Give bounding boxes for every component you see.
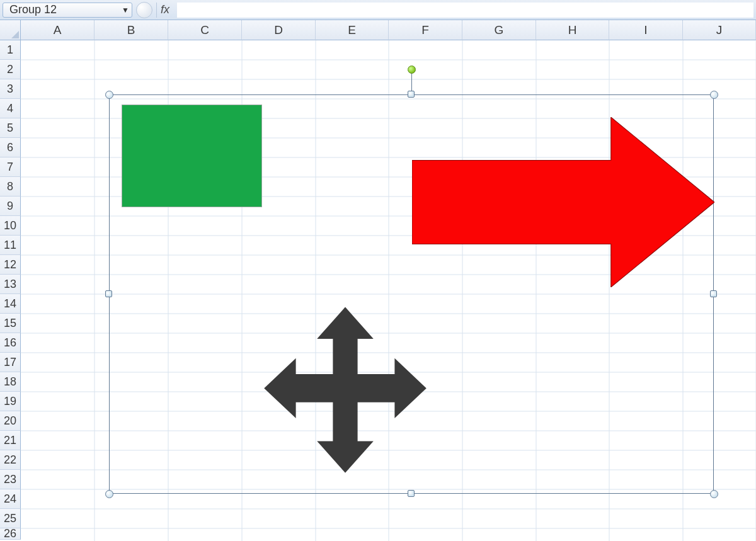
select-all-triangle-icon <box>10 30 20 40</box>
row-header-13[interactable]: 13 <box>0 275 21 294</box>
row-header-7[interactable]: 7 <box>0 157 21 177</box>
resize-handle-top-center[interactable] <box>408 91 415 98</box>
row-header-2[interactable]: 2 <box>0 60 21 79</box>
svg-marker-37 <box>412 117 714 287</box>
column-header-J[interactable]: J <box>683 20 756 40</box>
column-header-D[interactable]: D <box>242 20 316 40</box>
column-header-F[interactable]: F <box>389 20 462 40</box>
column-header-C[interactable]: C <box>168 20 242 40</box>
insert-function-button[interactable]: fx <box>156 3 173 18</box>
row-header-17[interactable]: 17 <box>0 353 21 372</box>
row-header-4[interactable]: 4 <box>0 99 21 118</box>
row-headers: 1234567891011121314151617181920212223242… <box>0 40 21 540</box>
row-header-15[interactable]: 15 <box>0 314 21 333</box>
row-header-26[interactable]: 26 <box>0 528 21 540</box>
row-header-10[interactable]: 10 <box>0 216 21 236</box>
column-header-B[interactable]: B <box>94 20 168 40</box>
row-header-19[interactable]: 19 <box>0 392 21 411</box>
row-header-11[interactable]: 11 <box>0 236 21 255</box>
name-box-value: Group 12 <box>9 3 57 16</box>
row-header-18[interactable]: 18 <box>0 372 21 392</box>
row-header-9[interactable]: 9 <box>0 196 21 216</box>
dropdown-arrow-icon[interactable]: ▼ <box>122 6 129 14</box>
column-header-A[interactable]: A <box>21 20 94 40</box>
column-header-H[interactable]: H <box>536 20 609 40</box>
select-all-corner[interactable] <box>0 20 21 40</box>
row-header-3[interactable]: 3 <box>0 79 21 99</box>
column-header-G[interactable]: G <box>462 20 536 40</box>
worksheet[interactable]: ABCDEFGHIJ 12345678910111213141516171819… <box>0 20 756 541</box>
row-header-8[interactable]: 8 <box>0 177 21 196</box>
row-header-5[interactable]: 5 <box>0 118 21 138</box>
row-header-6[interactable]: 6 <box>0 138 21 157</box>
rectangle-shape[interactable] <box>122 105 262 207</box>
resize-handle-middle-left[interactable] <box>105 290 112 297</box>
formula-input[interactable] <box>177 3 753 18</box>
resize-handle-bottom-left[interactable] <box>105 490 113 498</box>
row-header-1[interactable]: 1 <box>0 40 21 60</box>
row-header-20[interactable]: 20 <box>0 411 21 431</box>
row-header-25[interactable]: 25 <box>0 509 21 528</box>
cancel-edit-button[interactable] <box>136 2 152 18</box>
column-header-E[interactable]: E <box>316 20 389 40</box>
row-header-23[interactable]: 23 <box>0 470 21 489</box>
resize-handle-top-right[interactable] <box>710 91 718 99</box>
fx-icon: fx <box>161 3 169 16</box>
right-arrow-shape[interactable] <box>412 117 714 287</box>
row-header-24[interactable]: 24 <box>0 489 21 509</box>
row-header-16[interactable]: 16 <box>0 333 21 353</box>
row-header-14[interactable]: 14 <box>0 294 21 314</box>
resize-handle-bottom-right[interactable] <box>710 490 718 498</box>
formula-bar: Group 12 ▼ fx <box>0 0 756 20</box>
column-header-I[interactable]: I <box>609 20 683 40</box>
row-header-12[interactable]: 12 <box>0 255 21 275</box>
rotate-handle[interactable] <box>408 65 416 74</box>
row-header-22[interactable]: 22 <box>0 450 21 470</box>
name-box[interactable]: Group 12 ▼ <box>3 3 132 18</box>
resize-handle-top-left[interactable] <box>105 91 113 99</box>
four-way-arrow-shape[interactable] <box>257 304 433 480</box>
resize-handle-middle-right[interactable] <box>710 290 717 297</box>
resize-handle-bottom-center[interactable] <box>408 490 415 497</box>
svg-marker-0 <box>11 31 19 38</box>
column-headers: ABCDEFGHIJ <box>21 20 756 40</box>
row-header-21[interactable]: 21 <box>0 431 21 450</box>
